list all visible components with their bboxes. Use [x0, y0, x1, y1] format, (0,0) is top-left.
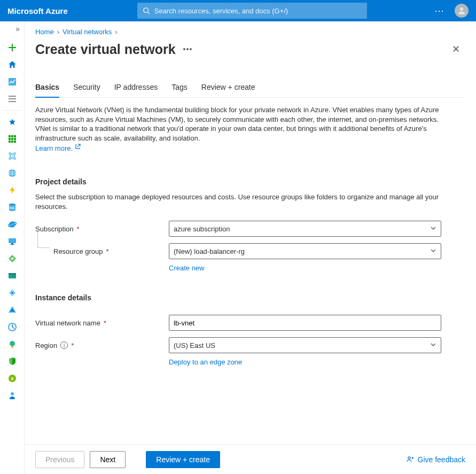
- search-icon: [143, 7, 150, 14]
- resource-groups-icon[interactable]: [2, 148, 22, 164]
- svg-rect-7: [9, 135, 11, 137]
- rail-expand-icon[interactable]: »: [0, 25, 24, 38]
- region-value: (US) East US: [174, 341, 215, 349]
- title-row: Create virtual network ••• ✕: [35, 41, 465, 57]
- review-create-button[interactable]: Review + create: [146, 451, 220, 468]
- deploy-edge-zone-link[interactable]: Deploy to an edge zone: [169, 358, 242, 366]
- svg-rect-27: [9, 273, 16, 275]
- svg-rect-15: [14, 141, 16, 143]
- vnet-name-label-text: Virtual network name: [35, 319, 100, 327]
- all-services-icon[interactable]: [2, 91, 22, 107]
- defender-icon[interactable]: [2, 353, 22, 369]
- svg-point-34: [408, 456, 410, 459]
- cosmos-db-icon[interactable]: [2, 216, 22, 232]
- vnet-name-row: Virtual network name*: [35, 315, 441, 331]
- learn-more-label: Learn more.: [35, 144, 73, 152]
- create-new-rg-link[interactable]: Create new: [169, 264, 204, 272]
- feedback-label: Give feedback: [418, 455, 466, 464]
- tab-review-create[interactable]: Review + create: [201, 83, 255, 98]
- instance-details-heading: Instance details: [35, 293, 465, 302]
- footer: Previous Next Review + create Give feedb…: [25, 444, 476, 474]
- region-label: Region i *: [35, 341, 169, 349]
- user-icon: [457, 6, 466, 15]
- resource-group-value: (New) load-balancer-rg: [174, 247, 245, 255]
- tab-ip-addresses[interactable]: IP addresses: [114, 83, 158, 98]
- app-services-icon[interactable]: [2, 165, 22, 181]
- divider: [4, 110, 21, 111]
- avatar[interactable]: [455, 4, 469, 18]
- title-more-icon[interactable]: •••: [183, 45, 193, 53]
- breadcrumb-home[interactable]: Home: [35, 28, 54, 36]
- region-row: Region i * (US) East US: [35, 337, 441, 353]
- subscription-label: Subscription*: [35, 225, 169, 233]
- all-resources-icon[interactable]: [2, 131, 22, 147]
- brand[interactable]: Microsoft Azure: [7, 6, 68, 15]
- virtual-networks-icon[interactable]: [2, 285, 22, 301]
- chevron-right-icon: ›: [57, 28, 59, 36]
- vnet-name-input-wrap[interactable]: [169, 315, 441, 331]
- breadcrumb: Home › Virtual networks ›: [35, 28, 465, 36]
- project-details-heading: Project details: [35, 177, 465, 186]
- intro-text: Azure Virtual Network (VNet) is the fund…: [35, 105, 441, 153]
- dashboard-icon[interactable]: [2, 74, 22, 90]
- required-indicator: *: [106, 247, 109, 255]
- svg-rect-8: [11, 135, 13, 137]
- home-icon[interactable]: [2, 57, 22, 73]
- learn-more-link[interactable]: Learn more.: [35, 144, 81, 152]
- project-details-sub: Select the subscription to manage deploy…: [35, 192, 441, 211]
- region-select[interactable]: (US) East US: [169, 337, 441, 353]
- load-balancers-icon[interactable]: [2, 251, 22, 267]
- vnet-name-input[interactable]: [174, 319, 436, 327]
- virtual-machines-icon[interactable]: [2, 234, 22, 250]
- external-link-icon: [75, 143, 81, 152]
- svg-rect-24: [11, 243, 13, 244]
- chevron-right-icon: ›: [115, 28, 117, 36]
- global-search[interactable]: [137, 3, 367, 19]
- svg-rect-10: [9, 138, 11, 140]
- tabs: Basics Security IP addresses Tags Review…: [35, 83, 465, 98]
- feedback-icon: [406, 455, 415, 464]
- svg-text:SQL: SQL: [9, 206, 14, 209]
- close-icon[interactable]: ✕: [450, 41, 462, 57]
- resource-group-row: Resource group* (New) load-balancer-rg: [53, 243, 441, 259]
- breadcrumb-vnets[interactable]: Virtual networks: [63, 28, 112, 36]
- left-rail: » SQL $: [0, 21, 25, 474]
- advisor-icon[interactable]: [2, 336, 22, 352]
- storage-accounts-icon[interactable]: [2, 268, 22, 284]
- svg-text:$: $: [11, 376, 13, 381]
- info-icon[interactable]: i: [60, 341, 68, 349]
- svg-point-2: [460, 7, 463, 11]
- svg-rect-23: [9, 238, 16, 243]
- search-input[interactable]: [154, 7, 362, 15]
- subscription-value: azure subscription: [174, 225, 230, 233]
- svg-point-33: [11, 392, 14, 395]
- svg-rect-11: [11, 138, 13, 140]
- svg-point-0: [144, 8, 149, 13]
- next-button[interactable]: Next: [90, 451, 126, 468]
- resource-group-label-text: Resource group: [53, 247, 103, 255]
- monitor-icon[interactable]: [2, 319, 22, 335]
- tab-tags[interactable]: Tags: [171, 83, 188, 98]
- topbar-right: ⋯: [434, 4, 469, 18]
- page-title: Create virtual network: [35, 42, 176, 57]
- chevron-down-icon: [430, 341, 436, 349]
- svg-rect-25: [10, 244, 14, 245]
- function-apps-icon[interactable]: [2, 182, 22, 198]
- cost-management-icon[interactable]: $: [2, 370, 22, 386]
- create-resource-icon[interactable]: [2, 40, 22, 56]
- svg-rect-9: [14, 135, 16, 137]
- tab-basics[interactable]: Basics: [35, 83, 59, 98]
- svg-rect-13: [9, 141, 11, 143]
- tab-security[interactable]: Security: [73, 83, 100, 98]
- resource-group-select[interactable]: (New) load-balancer-rg: [169, 243, 441, 259]
- favorite-star-icon[interactable]: [2, 114, 22, 130]
- more-icon[interactable]: ⋯: [434, 6, 445, 15]
- previous-button: Previous: [35, 451, 84, 468]
- azure-ad-icon[interactable]: [2, 302, 22, 318]
- give-feedback-link[interactable]: Give feedback: [406, 455, 466, 464]
- svg-point-28: [11, 292, 13, 294]
- sql-databases-icon[interactable]: SQL: [2, 199, 22, 215]
- subscription-select[interactable]: azure subscription: [169, 221, 441, 237]
- help-support-icon[interactable]: [2, 387, 22, 403]
- chevron-down-icon: [430, 225, 436, 233]
